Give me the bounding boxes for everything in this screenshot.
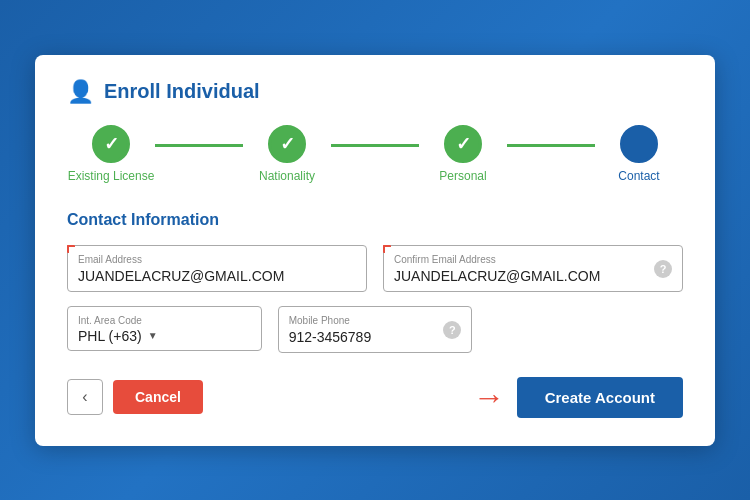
create-account-button[interactable]: Create Account — [517, 377, 683, 418]
step-label-1: Existing License — [68, 169, 155, 183]
step-circle-4 — [620, 125, 658, 163]
cancel-button[interactable]: Cancel — [113, 380, 203, 414]
card-header: 👤 Enroll Individual — [67, 79, 683, 105]
step-circle-3: ✓ — [444, 125, 482, 163]
checkmark-icon-2: ✓ — [280, 133, 295, 155]
mobile-field[interactable]: Mobile Phone 912-3456789 ? — [278, 306, 473, 353]
step-personal: ✓ Personal — [419, 125, 507, 183]
user-icon: 👤 — [67, 79, 94, 105]
footer-left: ‹ Cancel — [67, 379, 203, 415]
confirm-email-label: Confirm Email Address — [394, 254, 646, 265]
email-field[interactable]: Email Address JUANDELACRUZ@GMAIL.COM — [67, 245, 367, 292]
field-corner-confirm — [383, 245, 391, 253]
confirm-email-field[interactable]: Confirm Email Address JUANDELACRUZ@GMAIL… — [383, 245, 683, 292]
stepper: ✓ Existing License ✓ Nationality ✓ Perso… — [67, 125, 683, 183]
email-value: JUANDELACRUZ@GMAIL.COM — [78, 268, 284, 284]
step-nationality: ✓ Nationality — [243, 125, 331, 183]
step-circle-2: ✓ — [268, 125, 306, 163]
back-button[interactable]: ‹ — [67, 379, 103, 415]
section-title: Contact Information — [67, 211, 683, 229]
step-connector-3 — [507, 144, 595, 147]
footer-right: → Create Account — [473, 377, 683, 418]
step-circle-1: ✓ — [92, 125, 130, 163]
email-row: Email Address JUANDELACRUZ@GMAIL.COM Con… — [67, 245, 683, 292]
area-code-label: Int. Area Code — [78, 315, 251, 326]
checkmark-icon-1: ✓ — [104, 133, 119, 155]
checkmark-icon-3: ✓ — [456, 133, 471, 155]
dropdown-arrow-icon: ▼ — [148, 330, 158, 341]
mobile-label: Mobile Phone — [289, 315, 436, 326]
step-contact: Contact — [595, 125, 683, 183]
confirm-email-value: JUANDELACRUZ@GMAIL.COM — [394, 268, 600, 284]
area-code-field[interactable]: Int. Area Code PHL (+63) ▼ — [67, 306, 262, 353]
step-label-2: Nationality — [259, 169, 315, 183]
area-code-value: PHL (+63) — [78, 328, 142, 344]
back-arrow-icon: ‹ — [82, 388, 87, 406]
email-label: Email Address — [78, 254, 356, 265]
mobile-value: 912-3456789 — [289, 329, 372, 345]
step-existing-license: ✓ Existing License — [67, 125, 155, 183]
step-label-3: Personal — [439, 169, 486, 183]
card-footer: ‹ Cancel → Create Account — [67, 377, 683, 418]
step-connector-1 — [155, 144, 243, 147]
page-title: Enroll Individual — [104, 80, 260, 103]
help-icon-email[interactable]: ? — [654, 260, 672, 278]
help-icon-phone[interactable]: ? — [443, 321, 461, 339]
step-connector-2 — [331, 144, 419, 147]
step-label-4: Contact — [618, 169, 659, 183]
main-card: 👤 Enroll Individual ✓ Existing License ✓… — [35, 55, 715, 446]
field-corner-email — [67, 245, 75, 253]
forward-arrow-icon: → — [473, 381, 505, 413]
phone-row: Int. Area Code PHL (+63) ▼ Mobile Phone … — [67, 306, 683, 353]
